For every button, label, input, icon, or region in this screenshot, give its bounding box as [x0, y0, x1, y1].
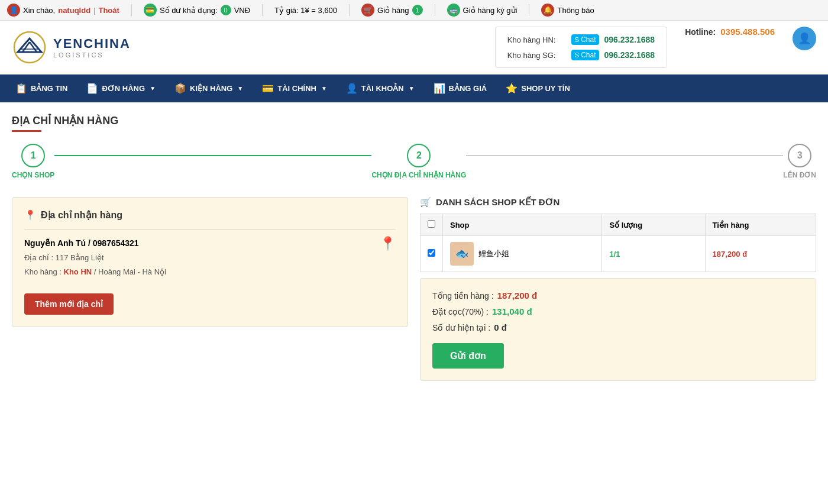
chat-hn-label: Chat — [581, 35, 596, 44]
avatar[interactable]: 👤 — [793, 27, 816, 50]
don-hang-icon: 📄 — [86, 83, 98, 94]
svg-marker-1 — [18, 38, 41, 52]
logo[interactable]: YENCHINA LOGISTICS — [12, 31, 131, 64]
warehouse-link[interactable]: Kho HN — [64, 267, 92, 276]
shop-name: 鲤鱼小姐 — [478, 248, 509, 259]
notification-label: Thông báo — [557, 6, 594, 15]
cart-item[interactable]: 🛒 Giỏ hàng 1 — [361, 4, 423, 17]
row-qty-cell: 1/1 — [602, 236, 705, 272]
row-price: 187,200 đ — [713, 250, 748, 259]
warehouse-sg-label: Kho hàng SG: — [507, 51, 567, 60]
cart-table-icon: 🛒 — [420, 197, 431, 208]
balance-value: 0 — [221, 5, 231, 15]
row-checkbox-cell — [421, 236, 443, 272]
col-price-label: Tiền hàng — [713, 221, 749, 230]
col-checkbox — [421, 214, 443, 236]
balance-label: Số dư khả dụng: — [160, 6, 218, 15]
consign-cart[interactable]: 🚌 Giỏ hàng ký gửi — [447, 4, 518, 17]
row-checkbox[interactable] — [428, 249, 435, 257]
nav-tai-khoan[interactable]: 👤 TÀI KHOẢN ▼ — [337, 75, 424, 102]
nav-kien-hang[interactable]: 📦 KIỆN HÀNG ▼ — [165, 75, 253, 102]
exchange-rate-text: Tỷ giá: 1¥ = 3,600 — [274, 6, 337, 15]
address-section-title: Địa chỉ nhận hàng — [41, 209, 122, 221]
balance-unit: VNĐ — [234, 6, 250, 15]
step-1-label: CHỌN SHOP — [12, 171, 54, 179]
col-quantity-label: Số lượng — [609, 221, 642, 230]
wallet-icon: 💳 — [144, 4, 157, 17]
balance-row: Số dư hiện tại : 0 đ — [432, 322, 804, 332]
address-details: Nguyễn Anh Tú / 0987654321 Địa chỉ : 117… — [24, 236, 166, 279]
navbar: 📋 BẢNG TIN 📄 ĐƠN HÀNG ▼ 📦 KIỆN HÀNG ▼ 💳 … — [0, 75, 828, 102]
logo-name: YENCHINA — [53, 36, 131, 51]
customer-name: Nguyễn Anh Tú / 0987654321 — [24, 236, 166, 251]
bang-tin-icon: 📋 — [15, 83, 27, 94]
hotline-label: Hotline: — [685, 27, 716, 37]
nav-bang-gia[interactable]: 📊 BẢNG GIÁ — [424, 75, 497, 102]
title-underline — [12, 130, 41, 132]
balance-label: Số dư hiện tại : — [432, 323, 490, 332]
warehouse-info: Kho hàng : Kho HN / Hoàng Mai - Hà Nội — [24, 265, 166, 279]
nav-tai-chinh[interactable]: 💳 TÀI CHÍNH ▼ — [253, 75, 337, 102]
warehouse-prefix: Kho hàng : — [24, 267, 62, 276]
skype-sg-icon[interactable]: S Chat — [571, 50, 600, 60]
tai-chinh-chevron: ▼ — [321, 85, 327, 92]
greeting-text: Xin chào, — [23, 6, 55, 15]
logo-svg — [12, 31, 47, 64]
logo-sub: LOGISTICS — [53, 51, 131, 59]
table-row: 🐟 鲤鱼小姐 1/1 187,200 đ — [421, 236, 816, 272]
balance-item: 💳 Số dư khả dụng: 0 VNĐ — [144, 4, 250, 17]
total-value: 187,200 đ — [497, 290, 538, 301]
notification[interactable]: 🔔 Thông báo — [541, 4, 594, 17]
cart-icon: 🛒 — [361, 4, 374, 17]
shop-img: 🐟 — [450, 242, 474, 266]
bus-icon: 🚌 — [447, 4, 460, 17]
kien-hang-icon: 📦 — [174, 83, 186, 94]
step-1: 1 CHỌN SHOP — [12, 144, 54, 179]
nav-bang-tin-label: BẢNG TIN — [31, 84, 67, 93]
user-greeting: 👤 Xin chào, natuqldd | Thoát — [7, 4, 119, 17]
location-icon[interactable]: 📍 — [380, 236, 396, 251]
step-line-1 — [54, 155, 371, 156]
logout-link[interactable]: Thoát — [98, 6, 119, 15]
select-all-checkbox[interactable] — [428, 220, 435, 228]
username-link[interactable]: natuqldd — [58, 6, 90, 15]
step-2: 2 CHỌN ĐỊA CHỈ NHẬN HÀNG — [371, 144, 466, 179]
total-row: Tổng tiền hàng : 187,200 đ — [432, 290, 804, 301]
nav-shop-uy-tin[interactable]: ⭐ SHOP UY TÍN — [496, 75, 580, 102]
row-qty: 1/1 — [609, 250, 620, 259]
address-line: Địa chỉ : 117 Bằng Liệt — [24, 251, 166, 264]
step-1-circle: 1 — [21, 144, 45, 167]
step-3-circle: 3 — [788, 144, 811, 167]
order-table: Shop Số lượng Tiền hàng — [420, 214, 816, 272]
nav-bang-tin[interactable]: 📋 BẢNG TIN — [6, 75, 77, 102]
warehouse-hn-row: Kho hàng HN: S Chat 096.232.1688 — [507, 34, 655, 45]
hotline-number: 0395.488.506 — [720, 27, 775, 37]
main-layout: 📍 Địa chỉ nhận hàng Nguyễn Anh Tú / 0987… — [12, 197, 816, 381]
summary-box: Tổng tiền hàng : 187,200 đ Đặt cọc(70%) … — [420, 278, 816, 381]
col-price: Tiền hàng — [705, 214, 816, 236]
divider-5 — [529, 4, 529, 16]
submit-order-button[interactable]: Gửi đơn — [432, 343, 504, 369]
deposit-row: Đặt cọc(70%) : 131,040 đ — [432, 306, 804, 316]
step-3: 3 LÊN ĐƠN — [783, 144, 816, 179]
header-right: Kho hàng HN: S Chat 096.232.1688 Kho hàn… — [495, 27, 816, 68]
svg-point-0 — [14, 32, 45, 63]
kien-hang-chevron: ▼ — [237, 85, 243, 92]
hotline: Hotline: 0395.488.506 — [685, 27, 775, 37]
cart-count: 1 — [412, 5, 423, 15]
row-shop-cell: 🐟 鲤鱼小姐 — [443, 236, 602, 272]
warehouse-hn-label: Kho hàng HN: — [507, 35, 567, 44]
nav-don-hang[interactable]: 📄 ĐƠN HÀNG ▼ — [77, 75, 165, 102]
nav-shop-uy-tin-label: SHOP UY TÍN — [521, 84, 570, 93]
skype-hn-icon[interactable]: S Chat — [571, 34, 600, 45]
tai-khoan-icon: 👤 — [346, 83, 358, 94]
consign-cart-label: Giỏ hàng ký gửi — [463, 6, 518, 15]
order-section: 🛒 DANH SÁCH SHOP KẾT ĐƠN Shop Số lượng — [420, 197, 816, 381]
user-icon: 👤 — [7, 4, 20, 17]
bell-icon: 🔔 — [541, 4, 554, 17]
tai-chinh-icon: 💳 — [262, 83, 274, 94]
add-address-button[interactable]: Thêm mới địa chỉ — [24, 293, 114, 315]
step-line-2 — [466, 155, 783, 156]
divider-3 — [349, 4, 350, 16]
address-section: 📍 Địa chỉ nhận hàng Nguyễn Anh Tú / 0987… — [12, 197, 408, 381]
